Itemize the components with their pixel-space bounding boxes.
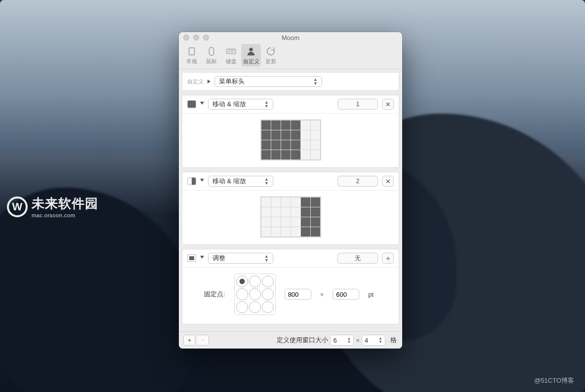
grid-cell[interactable]: [261, 130, 271, 140]
grid-cell[interactable]: [271, 120, 281, 130]
remove-action-button[interactable]: －: [197, 335, 209, 346]
grid-cell[interactable]: [291, 120, 300, 130]
grid-cell[interactable]: [301, 120, 310, 130]
layout-grid[interactable]: [260, 196, 321, 237]
swatch-icon[interactable]: [187, 254, 196, 262]
grid-cell[interactable]: [281, 150, 291, 159]
hotkey-field[interactable]: 2: [337, 176, 378, 187]
grid-cell[interactable]: [281, 120, 291, 130]
grid-cell[interactable]: [261, 227, 271, 236]
grid-cell[interactable]: [291, 217, 300, 227]
grid-cell[interactable]: [291, 197, 300, 207]
grid-cell[interactable]: [271, 130, 281, 140]
disclosure-icon[interactable]: [200, 256, 204, 261]
disclosure-icon[interactable]: [200, 102, 204, 107]
clear-hotkey-button[interactable]: ✕: [382, 176, 394, 187]
anchor-radio[interactable]: [262, 275, 274, 287]
clear-hotkey-button[interactable]: ✕: [382, 99, 394, 110]
grid-cell[interactable]: [261, 207, 271, 217]
tab-general[interactable]: 常规: [182, 44, 202, 67]
chevron-updown-icon: ▲▼: [264, 255, 269, 262]
grid-cell[interactable]: [261, 150, 271, 159]
anchor-radio[interactable]: [249, 301, 261, 313]
grid-cell[interactable]: [291, 140, 300, 150]
anchor-radio[interactable]: [236, 275, 248, 287]
disclosure-icon[interactable]: [200, 179, 204, 184]
grid-cell[interactable]: [261, 140, 271, 150]
grid-cell[interactable]: [301, 197, 310, 207]
grid-cell[interactable]: [281, 197, 291, 207]
grid-cell[interactable]: [261, 217, 271, 227]
grid-cell[interactable]: [291, 130, 300, 140]
grid-cell[interactable]: [271, 140, 281, 150]
grid-cell[interactable]: [281, 217, 291, 227]
grid-cell[interactable]: [301, 217, 310, 227]
grid-cell[interactable]: [271, 197, 281, 207]
grid-cell[interactable]: [281, 130, 291, 140]
anchor-picker[interactable]: [234, 274, 276, 315]
grid-cell[interactable]: [291, 207, 300, 217]
grid-cell[interactable]: [271, 150, 281, 159]
grid-cell[interactable]: [301, 207, 310, 217]
grid-cell[interactable]: [301, 140, 310, 150]
grid-cell[interactable]: [311, 217, 320, 227]
tab-mouse[interactable]: 鼠标: [202, 44, 221, 67]
rows-select[interactable]: 4 ▲▼: [362, 335, 385, 346]
tab-keyboard[interactable]: 键盘: [221, 44, 241, 67]
watermark-left: W 未来软件园 mac.orsoon.com: [7, 195, 98, 218]
grid-cell[interactable]: [301, 227, 310, 236]
grid-cell[interactable]: [291, 150, 300, 159]
width-input[interactable]: [285, 289, 311, 300]
grid-cell[interactable]: [311, 130, 320, 140]
multiply-label: ×: [356, 337, 360, 344]
action-dropdown[interactable]: 调整 ▲▼: [208, 253, 273, 264]
logo-icon: W: [7, 196, 28, 217]
height-input[interactable]: [333, 289, 359, 300]
grid-cell[interactable]: [311, 227, 320, 236]
anchor-label: 固定点:: [204, 290, 225, 299]
tab-label: 鼠标: [202, 58, 221, 65]
hotkey-field[interactable]: 1: [337, 99, 378, 110]
hotkey-field[interactable]: 无: [337, 253, 378, 264]
grid-cell[interactable]: [271, 207, 281, 217]
swatch-icon[interactable]: [187, 177, 196, 185]
window-icon: [186, 46, 197, 57]
grid-cell[interactable]: [261, 197, 271, 207]
add-hotkey-button[interactable]: ＋: [382, 253, 394, 264]
anchor-radio[interactable]: [249, 275, 261, 287]
action-dropdown[interactable]: 移动 & 缩放 ▲▼: [208, 176, 273, 187]
action-dropdown[interactable]: 移动 & 缩放 ▲▼: [208, 99, 273, 110]
grid-cell[interactable]: [301, 130, 310, 140]
grid-cell[interactable]: [311, 207, 320, 217]
disclosure-icon[interactable]: [208, 79, 210, 83]
grid-cell[interactable]: [271, 227, 281, 236]
anchor-radio[interactable]: [236, 301, 248, 313]
grid-cell[interactable]: [311, 120, 320, 130]
grid-cell[interactable]: [261, 120, 271, 130]
grid-cell[interactable]: [291, 227, 300, 236]
grid-cell[interactable]: [311, 150, 320, 159]
anchor-radio[interactable]: [249, 288, 261, 300]
grid-cell[interactable]: [271, 217, 281, 227]
anchor-radio[interactable]: [262, 288, 274, 300]
anchor-radio[interactable]: [236, 288, 248, 300]
tab-custom[interactable]: 自定义: [241, 44, 261, 67]
layout-grid[interactable]: [260, 119, 321, 160]
tab-update[interactable]: 更新: [261, 44, 281, 67]
grid-cell[interactable]: [301, 150, 310, 159]
grid-cell[interactable]: [311, 140, 320, 150]
grid-cell[interactable]: [281, 207, 291, 217]
swatch-icon[interactable]: [187, 100, 196, 108]
grid-cell[interactable]: [311, 197, 320, 207]
unit-label: pt: [368, 291, 374, 298]
grid-cell[interactable]: [281, 140, 291, 150]
tab-label: 自定义: [241, 58, 261, 65]
keyboard-icon: [226, 46, 237, 57]
header-dropdown[interactable]: 菜单标头 ▲▼: [214, 76, 322, 87]
anchor-radio[interactable]: [262, 301, 274, 313]
cols-select[interactable]: 6 ▲▼: [330, 335, 354, 346]
titlebar[interactable]: Moom: [179, 32, 402, 43]
grid-cell[interactable]: [281, 227, 291, 236]
add-action-button[interactable]: ＋: [183, 335, 195, 346]
svg-point-5: [249, 48, 252, 51]
